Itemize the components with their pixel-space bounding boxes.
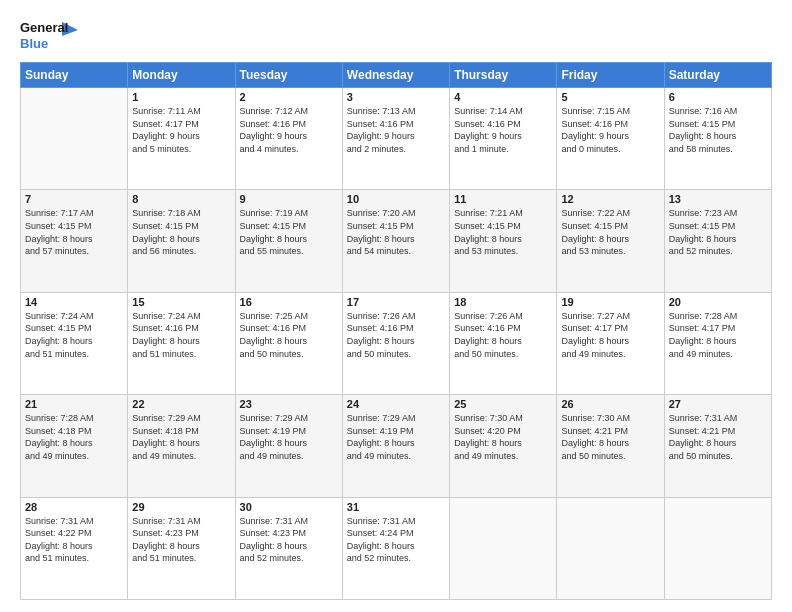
day-info: Sunrise: 7:19 AM Sunset: 4:15 PM Dayligh… <box>240 207 338 257</box>
calendar-day-cell: 11Sunrise: 7:21 AM Sunset: 4:15 PM Dayli… <box>450 190 557 292</box>
day-number: 13 <box>669 193 767 205</box>
day-info: Sunrise: 7:14 AM Sunset: 4:16 PM Dayligh… <box>454 105 552 155</box>
day-number: 1 <box>132 91 230 103</box>
calendar-day-cell: 24Sunrise: 7:29 AM Sunset: 4:19 PM Dayli… <box>342 395 449 497</box>
day-info: Sunrise: 7:31 AM Sunset: 4:23 PM Dayligh… <box>240 515 338 565</box>
day-info: Sunrise: 7:16 AM Sunset: 4:15 PM Dayligh… <box>669 105 767 155</box>
day-number: 19 <box>561 296 659 308</box>
calendar-week-row: 14Sunrise: 7:24 AM Sunset: 4:15 PM Dayli… <box>21 292 772 394</box>
day-info: Sunrise: 7:31 AM Sunset: 4:24 PM Dayligh… <box>347 515 445 565</box>
day-number: 14 <box>25 296 123 308</box>
calendar-day-cell: 7Sunrise: 7:17 AM Sunset: 4:15 PM Daylig… <box>21 190 128 292</box>
calendar-day-cell: 22Sunrise: 7:29 AM Sunset: 4:18 PM Dayli… <box>128 395 235 497</box>
day-number: 31 <box>347 501 445 513</box>
day-number: 20 <box>669 296 767 308</box>
calendar-day-cell: 18Sunrise: 7:26 AM Sunset: 4:16 PM Dayli… <box>450 292 557 394</box>
day-info: Sunrise: 7:26 AM Sunset: 4:16 PM Dayligh… <box>347 310 445 360</box>
logo: GeneralBlue <box>20 18 80 54</box>
calendar-day-cell <box>664 497 771 599</box>
svg-text:Blue: Blue <box>20 36 48 51</box>
day-number: 3 <box>347 91 445 103</box>
calendar-day-cell: 15Sunrise: 7:24 AM Sunset: 4:16 PM Dayli… <box>128 292 235 394</box>
calendar-day-cell: 12Sunrise: 7:22 AM Sunset: 4:15 PM Dayli… <box>557 190 664 292</box>
day-info: Sunrise: 7:29 AM Sunset: 4:19 PM Dayligh… <box>347 412 445 462</box>
logo-svg: GeneralBlue <box>20 18 80 54</box>
day-number: 23 <box>240 398 338 410</box>
weekday-header-sunday: Sunday <box>21 63 128 88</box>
day-info: Sunrise: 7:13 AM Sunset: 4:16 PM Dayligh… <box>347 105 445 155</box>
day-number: 28 <box>25 501 123 513</box>
day-number: 17 <box>347 296 445 308</box>
day-info: Sunrise: 7:17 AM Sunset: 4:15 PM Dayligh… <box>25 207 123 257</box>
weekday-header-saturday: Saturday <box>664 63 771 88</box>
calendar-day-cell <box>21 88 128 190</box>
calendar-day-cell: 27Sunrise: 7:31 AM Sunset: 4:21 PM Dayli… <box>664 395 771 497</box>
header: GeneralBlue <box>20 18 772 54</box>
day-number: 5 <box>561 91 659 103</box>
calendar-day-cell: 14Sunrise: 7:24 AM Sunset: 4:15 PM Dayli… <box>21 292 128 394</box>
day-number: 11 <box>454 193 552 205</box>
day-number: 21 <box>25 398 123 410</box>
calendar-week-row: 7Sunrise: 7:17 AM Sunset: 4:15 PM Daylig… <box>21 190 772 292</box>
calendar-day-cell: 13Sunrise: 7:23 AM Sunset: 4:15 PM Dayli… <box>664 190 771 292</box>
day-info: Sunrise: 7:30 AM Sunset: 4:20 PM Dayligh… <box>454 412 552 462</box>
day-info: Sunrise: 7:15 AM Sunset: 4:16 PM Dayligh… <box>561 105 659 155</box>
calendar-day-cell: 28Sunrise: 7:31 AM Sunset: 4:22 PM Dayli… <box>21 497 128 599</box>
calendar-day-cell <box>450 497 557 599</box>
day-number: 29 <box>132 501 230 513</box>
day-number: 8 <box>132 193 230 205</box>
day-info: Sunrise: 7:22 AM Sunset: 4:15 PM Dayligh… <box>561 207 659 257</box>
calendar-day-cell: 31Sunrise: 7:31 AM Sunset: 4:24 PM Dayli… <box>342 497 449 599</box>
day-number: 30 <box>240 501 338 513</box>
day-info: Sunrise: 7:25 AM Sunset: 4:16 PM Dayligh… <box>240 310 338 360</box>
day-number: 12 <box>561 193 659 205</box>
day-info: Sunrise: 7:12 AM Sunset: 4:16 PM Dayligh… <box>240 105 338 155</box>
svg-text:General: General <box>20 20 68 35</box>
day-info: Sunrise: 7:18 AM Sunset: 4:15 PM Dayligh… <box>132 207 230 257</box>
calendar-day-cell: 20Sunrise: 7:28 AM Sunset: 4:17 PM Dayli… <box>664 292 771 394</box>
day-info: Sunrise: 7:28 AM Sunset: 4:18 PM Dayligh… <box>25 412 123 462</box>
day-number: 16 <box>240 296 338 308</box>
calendar-day-cell: 5Sunrise: 7:15 AM Sunset: 4:16 PM Daylig… <box>557 88 664 190</box>
calendar-page: GeneralBlue SundayMondayTuesdayWednesday… <box>0 0 792 612</box>
day-number: 15 <box>132 296 230 308</box>
day-info: Sunrise: 7:26 AM Sunset: 4:16 PM Dayligh… <box>454 310 552 360</box>
calendar-day-cell: 16Sunrise: 7:25 AM Sunset: 4:16 PM Dayli… <box>235 292 342 394</box>
calendar-day-cell: 29Sunrise: 7:31 AM Sunset: 4:23 PM Dayli… <box>128 497 235 599</box>
day-number: 9 <box>240 193 338 205</box>
day-info: Sunrise: 7:31 AM Sunset: 4:21 PM Dayligh… <box>669 412 767 462</box>
day-info: Sunrise: 7:24 AM Sunset: 4:16 PM Dayligh… <box>132 310 230 360</box>
calendar-day-cell: 30Sunrise: 7:31 AM Sunset: 4:23 PM Dayli… <box>235 497 342 599</box>
weekday-header-tuesday: Tuesday <box>235 63 342 88</box>
calendar-day-cell: 21Sunrise: 7:28 AM Sunset: 4:18 PM Dayli… <box>21 395 128 497</box>
day-info: Sunrise: 7:30 AM Sunset: 4:21 PM Dayligh… <box>561 412 659 462</box>
calendar-day-cell: 9Sunrise: 7:19 AM Sunset: 4:15 PM Daylig… <box>235 190 342 292</box>
day-info: Sunrise: 7:29 AM Sunset: 4:19 PM Dayligh… <box>240 412 338 462</box>
calendar-day-cell: 25Sunrise: 7:30 AM Sunset: 4:20 PM Dayli… <box>450 395 557 497</box>
weekday-header-wednesday: Wednesday <box>342 63 449 88</box>
calendar-week-row: 1Sunrise: 7:11 AM Sunset: 4:17 PM Daylig… <box>21 88 772 190</box>
calendar-day-cell: 3Sunrise: 7:13 AM Sunset: 4:16 PM Daylig… <box>342 88 449 190</box>
calendar-week-row: 21Sunrise: 7:28 AM Sunset: 4:18 PM Dayli… <box>21 395 772 497</box>
day-info: Sunrise: 7:28 AM Sunset: 4:17 PM Dayligh… <box>669 310 767 360</box>
day-info: Sunrise: 7:31 AM Sunset: 4:23 PM Dayligh… <box>132 515 230 565</box>
calendar-week-row: 28Sunrise: 7:31 AM Sunset: 4:22 PM Dayli… <box>21 497 772 599</box>
weekday-header-row: SundayMondayTuesdayWednesdayThursdayFrid… <box>21 63 772 88</box>
calendar-day-cell: 4Sunrise: 7:14 AM Sunset: 4:16 PM Daylig… <box>450 88 557 190</box>
day-info: Sunrise: 7:24 AM Sunset: 4:15 PM Dayligh… <box>25 310 123 360</box>
day-info: Sunrise: 7:21 AM Sunset: 4:15 PM Dayligh… <box>454 207 552 257</box>
calendar-day-cell: 19Sunrise: 7:27 AM Sunset: 4:17 PM Dayli… <box>557 292 664 394</box>
calendar-day-cell: 23Sunrise: 7:29 AM Sunset: 4:19 PM Dayli… <box>235 395 342 497</box>
day-number: 6 <box>669 91 767 103</box>
day-info: Sunrise: 7:23 AM Sunset: 4:15 PM Dayligh… <box>669 207 767 257</box>
calendar-day-cell: 8Sunrise: 7:18 AM Sunset: 4:15 PM Daylig… <box>128 190 235 292</box>
calendar-day-cell <box>557 497 664 599</box>
calendar-day-cell: 2Sunrise: 7:12 AM Sunset: 4:16 PM Daylig… <box>235 88 342 190</box>
day-info: Sunrise: 7:31 AM Sunset: 4:22 PM Dayligh… <box>25 515 123 565</box>
calendar-table: SundayMondayTuesdayWednesdayThursdayFrid… <box>20 62 772 600</box>
weekday-header-thursday: Thursday <box>450 63 557 88</box>
weekday-header-monday: Monday <box>128 63 235 88</box>
day-number: 27 <box>669 398 767 410</box>
day-info: Sunrise: 7:11 AM Sunset: 4:17 PM Dayligh… <box>132 105 230 155</box>
day-info: Sunrise: 7:29 AM Sunset: 4:18 PM Dayligh… <box>132 412 230 462</box>
